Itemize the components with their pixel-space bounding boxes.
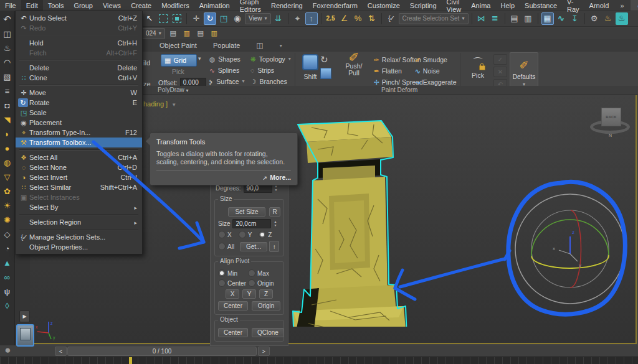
menu-create[interactable]: Create xyxy=(126,0,156,11)
menu-item-clone[interactable]: CloneCtrl+V xyxy=(16,73,142,83)
mini-viewport-tile[interactable] xyxy=(16,324,34,347)
align-origin-button[interactable]: Origin xyxy=(252,301,280,310)
select-cursor-icon[interactable] xyxy=(143,12,156,25)
size-all-radio[interactable] xyxy=(218,243,226,250)
commit-cancel-icon[interactable]: ✕ xyxy=(493,67,507,77)
menu-item-rotate[interactable]: RotateE xyxy=(16,98,142,108)
menu-scripting[interactable]: Scripting xyxy=(405,0,442,11)
menu-item-scale[interactable]: Scale xyxy=(16,108,142,118)
r-button[interactable]: R xyxy=(269,207,280,217)
named-sets-icon[interactable] xyxy=(385,12,398,25)
camera-icon[interactable] xyxy=(1,99,14,111)
pivot-center-icon[interactable] xyxy=(292,12,304,25)
prev-frame-button[interactable]: < xyxy=(55,347,67,356)
menu-item-select-none[interactable]: Select NoneCtrl+D xyxy=(16,162,142,172)
explorer-link-icon[interactable] xyxy=(195,29,206,39)
sun-rays-icon[interactable] xyxy=(1,213,14,226)
menu-views[interactable]: Views xyxy=(98,0,126,11)
next-frame-button[interactable]: > xyxy=(258,347,270,356)
spinner-snap-icon[interactable] xyxy=(366,12,378,25)
menu-item-fetch[interactable]: FetchAlt+Ctrl+F xyxy=(16,48,142,58)
menu-arnold[interactable]: Arnold xyxy=(584,0,614,11)
size-x-radio[interactable] xyxy=(218,231,226,238)
layer-explorer-icon[interactable] xyxy=(522,12,535,25)
smudge-button[interactable]: Smudge xyxy=(415,55,457,63)
cube-icon[interactable] xyxy=(1,70,14,83)
menu-vray[interactable]: V-Ray xyxy=(562,0,584,11)
menu-item-hold[interactable]: HoldCtrl+H xyxy=(16,38,142,48)
align-icon[interactable] xyxy=(489,12,502,25)
branches-button[interactable]: Branches xyxy=(250,77,291,86)
sphere-light-icon[interactable] xyxy=(1,142,14,154)
menu-civil-view[interactable]: Civil View xyxy=(442,0,467,11)
align-x-button[interactable]: X xyxy=(226,289,239,299)
shift-rotate-icon[interactable] xyxy=(320,54,331,65)
viewport-filter-icon[interactable] xyxy=(171,100,176,108)
menu-item-select-invert[interactable]: Select InvertCtrl+I xyxy=(16,172,142,182)
menu-item-selection-region[interactable]: Selection Region xyxy=(16,217,142,227)
rotate-icon[interactable] xyxy=(204,12,216,25)
push-pull-button[interactable]: Push/ Pull xyxy=(340,54,368,77)
exaggerate-button[interactable]: Exaggerate xyxy=(415,78,457,86)
menu-help[interactable]: Help xyxy=(495,0,520,11)
size-spinner[interactable]: ▲▼ xyxy=(274,220,277,227)
polydraw-panel-label[interactable]: PolyDraw ▾ xyxy=(158,86,189,93)
track-bar[interactable] xyxy=(0,357,638,364)
menu-item-select-all[interactable]: Select AllCtrl+A xyxy=(16,152,142,162)
fire-icon[interactable] xyxy=(1,299,14,312)
scale-icon[interactable] xyxy=(217,12,230,25)
snap-toggle-icon[interactable]: 2.5 xyxy=(325,12,337,25)
angle-snap-icon[interactable] xyxy=(338,12,351,25)
menu-modifiers[interactable]: Modifiers xyxy=(156,0,194,11)
topology-button[interactable]: Topology▾ xyxy=(250,54,291,63)
menu-item-transform-type-in[interactable]: Transform Type-In...F12 xyxy=(16,128,142,138)
geosphere-icon[interactable] xyxy=(1,156,14,169)
pivot-up-icon[interactable] xyxy=(305,12,318,25)
menu-item-placement[interactable]: Placement xyxy=(16,118,142,128)
menu-item-delete[interactable]: DeleteDelete xyxy=(16,63,142,73)
menu-item-manage-selection-sets[interactable]: Manage Selection Sets... xyxy=(16,232,142,242)
align-min-radio[interactable] xyxy=(218,269,226,277)
degrees-spinner[interactable]: ▲▼ xyxy=(275,185,278,192)
align-max-radio[interactable] xyxy=(248,269,255,277)
explorer-pin-icon[interactable] xyxy=(209,29,220,39)
align-z-button[interactable]: Z xyxy=(259,289,273,299)
viewport-label[interactable]: hading ] xyxy=(143,100,176,108)
paint-pick-button[interactable]: Pick xyxy=(466,55,490,79)
noise-button[interactable]: Noise xyxy=(415,67,457,75)
menu-item-object-properties[interactable]: Object Properties... xyxy=(16,242,142,252)
material-orb[interactable] xyxy=(1,344,15,364)
schematic-icon[interactable] xyxy=(569,12,581,25)
menu-item-undo-select[interactable]: Undo SelectCtrl+Z xyxy=(16,13,142,23)
align-center-radio[interactable] xyxy=(218,279,226,287)
leaf-icon[interactable] xyxy=(1,185,14,197)
menu-item-select-instances[interactable]: Select Instances xyxy=(16,192,142,202)
viewcube-cube[interactable]: BACK xyxy=(601,108,621,126)
align-origin-radio[interactable] xyxy=(248,279,255,287)
menu-item-transform-toolbox[interactable]: Transform Toolbox... xyxy=(16,138,142,147)
shift-scale-icon[interactable] xyxy=(320,68,331,79)
size-field[interactable]: 20,0cm xyxy=(232,219,271,228)
mirror-icon[interactable] xyxy=(475,12,488,25)
chevron-down-icon[interactable]: ▾ xyxy=(280,43,282,49)
object-center-button[interactable]: Center xyxy=(218,328,248,337)
spot-light-icon[interactable] xyxy=(1,170,14,183)
up-axis-button[interactable]: ↑ xyxy=(269,241,279,252)
menu-item-redo[interactable]: RedoCtrl+Y xyxy=(16,23,142,33)
tower-icon[interactable] xyxy=(1,256,14,269)
menu-rendering[interactable]: Rendering xyxy=(266,0,308,11)
menu-item-select-by[interactable]: Select By xyxy=(16,202,142,212)
menu-edit[interactable]: Edit xyxy=(21,0,43,11)
grid-dropdown-caret[interactable]: ▾ xyxy=(198,55,201,62)
binoculars-icon[interactable] xyxy=(1,271,14,283)
paint-deform-panel-label[interactable]: Paint Deform xyxy=(381,86,417,93)
size-z-radio[interactable] xyxy=(259,231,266,238)
polyhedron-icon[interactable] xyxy=(1,228,14,240)
subtract-select-icon[interactable] xyxy=(171,12,183,25)
polydraw-pick-label[interactable]: Pick xyxy=(172,68,184,75)
menu-item-move[interactable]: MoveW xyxy=(16,88,142,98)
qclone-button[interactable]: QClone xyxy=(252,328,284,337)
placement-icon[interactable] xyxy=(231,12,244,25)
menu-tools[interactable]: Tools xyxy=(43,0,69,11)
percent-snap-icon[interactable] xyxy=(352,12,364,25)
